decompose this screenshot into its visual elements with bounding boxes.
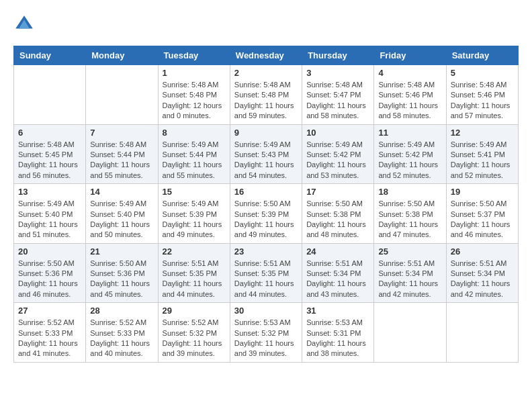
day-info: Sunrise: 5:51 AM Sunset: 5:34 PM Dayligh… (378, 259, 441, 300)
page-header (13, 13, 519, 35)
day-number: 6 (18, 128, 81, 138)
column-header-friday: Friday (374, 46, 446, 65)
day-info: Sunrise: 5:50 AM Sunset: 5:36 PM Dayligh… (18, 259, 81, 300)
day-number: 20 (18, 246, 81, 257)
calendar-week-row: 27Sunrise: 5:52 AM Sunset: 5:33 PM Dayli… (14, 303, 519, 363)
calendar-cell (14, 65, 86, 125)
day-info: Sunrise: 5:49 AM Sunset: 5:43 PM Dayligh… (234, 140, 298, 181)
day-info: Sunrise: 5:48 AM Sunset: 5:46 PM Dayligh… (451, 80, 514, 122)
day-info: Sunrise: 5:50 AM Sunset: 5:38 PM Dayligh… (306, 199, 369, 240)
calendar-cell: 24Sunrise: 5:51 AM Sunset: 5:34 PM Dayli… (302, 243, 374, 303)
day-number: 10 (306, 128, 369, 138)
calendar-cell: 25Sunrise: 5:51 AM Sunset: 5:34 PM Dayli… (374, 243, 446, 303)
column-header-wednesday: Wednesday (230, 46, 302, 65)
calendar-table: SundayMondayTuesdayWednesdayThursdayFrid… (13, 46, 519, 363)
calendar-cell: 23Sunrise: 5:51 AM Sunset: 5:35 PM Dayli… (230, 243, 302, 303)
day-number: 2 (234, 68, 298, 78)
calendar-cell (86, 65, 158, 125)
day-info: Sunrise: 5:48 AM Sunset: 5:47 PM Dayligh… (306, 80, 369, 122)
calendar-cell: 15Sunrise: 5:49 AM Sunset: 5:39 PM Dayli… (158, 184, 230, 244)
day-number: 17 (306, 187, 369, 197)
day-number: 30 (234, 306, 298, 316)
day-number: 19 (451, 187, 514, 197)
day-info: Sunrise: 5:49 AM Sunset: 5:41 PM Dayligh… (451, 140, 514, 181)
day-number: 12 (451, 128, 514, 138)
calendar-cell: 18Sunrise: 5:50 AM Sunset: 5:38 PM Dayli… (374, 184, 446, 244)
day-number: 8 (163, 128, 226, 138)
day-info: Sunrise: 5:49 AM Sunset: 5:44 PM Dayligh… (163, 140, 226, 181)
calendar-cell: 13Sunrise: 5:49 AM Sunset: 5:40 PM Dayli… (14, 184, 86, 244)
day-info: Sunrise: 5:51 AM Sunset: 5:35 PM Dayligh… (163, 259, 226, 300)
day-info: Sunrise: 5:49 AM Sunset: 5:40 PM Dayligh… (90, 199, 153, 240)
day-info: Sunrise: 5:48 AM Sunset: 5:48 PM Dayligh… (234, 80, 298, 122)
calendar-cell: 27Sunrise: 5:52 AM Sunset: 5:33 PM Dayli… (14, 303, 86, 363)
day-number: 7 (90, 128, 153, 138)
column-header-monday: Monday (86, 46, 158, 65)
day-number: 21 (90, 246, 153, 257)
column-header-sunday: Sunday (14, 46, 86, 65)
calendar-week-row: 20Sunrise: 5:50 AM Sunset: 5:36 PM Dayli… (14, 243, 519, 303)
calendar-header-row: SundayMondayTuesdayWednesdayThursdayFrid… (14, 46, 519, 65)
logo (13, 13, 38, 35)
day-number: 9 (234, 128, 298, 138)
calendar-cell (446, 303, 518, 363)
calendar-cell (374, 303, 446, 363)
calendar-cell: 26Sunrise: 5:51 AM Sunset: 5:34 PM Dayli… (446, 243, 518, 303)
day-number: 4 (378, 68, 441, 78)
day-info: Sunrise: 5:49 AM Sunset: 5:42 PM Dayligh… (378, 140, 441, 181)
calendar-cell: 19Sunrise: 5:50 AM Sunset: 5:37 PM Dayli… (446, 184, 518, 244)
day-number: 3 (306, 68, 369, 78)
day-number: 16 (234, 187, 298, 197)
day-number: 1 (163, 68, 226, 78)
calendar-cell: 6Sunrise: 5:48 AM Sunset: 5:45 PM Daylig… (14, 124, 86, 184)
calendar-cell: 30Sunrise: 5:53 AM Sunset: 5:32 PM Dayli… (230, 303, 302, 363)
calendar-cell: 11Sunrise: 5:49 AM Sunset: 5:42 PM Dayli… (374, 124, 446, 184)
day-number: 18 (378, 187, 441, 197)
day-number: 14 (90, 187, 153, 197)
day-number: 24 (306, 246, 369, 257)
day-number: 29 (163, 306, 226, 316)
day-info: Sunrise: 5:52 AM Sunset: 5:33 PM Dayligh… (18, 318, 81, 359)
logo-icon (13, 13, 35, 35)
calendar-cell: 21Sunrise: 5:50 AM Sunset: 5:36 PM Dayli… (86, 243, 158, 303)
day-info: Sunrise: 5:49 AM Sunset: 5:39 PM Dayligh… (163, 199, 226, 240)
day-info: Sunrise: 5:50 AM Sunset: 5:38 PM Dayligh… (378, 199, 441, 240)
calendar-cell: 8Sunrise: 5:49 AM Sunset: 5:44 PM Daylig… (158, 124, 230, 184)
calendar-cell: 7Sunrise: 5:48 AM Sunset: 5:44 PM Daylig… (86, 124, 158, 184)
calendar-cell: 1Sunrise: 5:48 AM Sunset: 5:48 PM Daylig… (158, 65, 230, 125)
day-info: Sunrise: 5:51 AM Sunset: 5:35 PM Dayligh… (234, 259, 298, 300)
day-number: 28 (90, 306, 153, 316)
day-info: Sunrise: 5:52 AM Sunset: 5:32 PM Dayligh… (163, 318, 226, 359)
day-number: 13 (18, 187, 81, 197)
calendar-cell: 12Sunrise: 5:49 AM Sunset: 5:41 PM Dayli… (446, 124, 518, 184)
calendar-week-row: 1Sunrise: 5:48 AM Sunset: 5:48 PM Daylig… (14, 65, 519, 125)
calendar-week-row: 13Sunrise: 5:49 AM Sunset: 5:40 PM Dayli… (14, 184, 519, 244)
day-info: Sunrise: 5:53 AM Sunset: 5:31 PM Dayligh… (306, 318, 369, 359)
calendar-week-row: 6Sunrise: 5:48 AM Sunset: 5:45 PM Daylig… (14, 124, 519, 184)
day-number: 26 (451, 246, 514, 257)
calendar-cell: 2Sunrise: 5:48 AM Sunset: 5:48 PM Daylig… (230, 65, 302, 125)
day-info: Sunrise: 5:51 AM Sunset: 5:34 PM Dayligh… (306, 259, 369, 300)
day-number: 25 (378, 246, 441, 257)
calendar-cell: 31Sunrise: 5:53 AM Sunset: 5:31 PM Dayli… (302, 303, 374, 363)
calendar-cell: 14Sunrise: 5:49 AM Sunset: 5:40 PM Dayli… (86, 184, 158, 244)
calendar-cell: 28Sunrise: 5:52 AM Sunset: 5:33 PM Dayli… (86, 303, 158, 363)
day-info: Sunrise: 5:49 AM Sunset: 5:40 PM Dayligh… (18, 199, 81, 240)
day-info: Sunrise: 5:48 AM Sunset: 5:48 PM Dayligh… (163, 80, 226, 122)
day-info: Sunrise: 5:52 AM Sunset: 5:33 PM Dayligh… (90, 318, 153, 359)
day-info: Sunrise: 5:51 AM Sunset: 5:34 PM Dayligh… (451, 259, 514, 300)
calendar-cell: 22Sunrise: 5:51 AM Sunset: 5:35 PM Dayli… (158, 243, 230, 303)
day-info: Sunrise: 5:50 AM Sunset: 5:39 PM Dayligh… (234, 199, 298, 240)
day-number: 5 (451, 68, 514, 78)
calendar-cell: 17Sunrise: 5:50 AM Sunset: 5:38 PM Dayli… (302, 184, 374, 244)
column-header-tuesday: Tuesday (158, 46, 230, 65)
calendar-cell: 20Sunrise: 5:50 AM Sunset: 5:36 PM Dayli… (14, 243, 86, 303)
day-info: Sunrise: 5:48 AM Sunset: 5:45 PM Dayligh… (18, 140, 81, 181)
calendar-cell: 5Sunrise: 5:48 AM Sunset: 5:46 PM Daylig… (446, 65, 518, 125)
day-info: Sunrise: 5:49 AM Sunset: 5:42 PM Dayligh… (306, 140, 369, 181)
day-info: Sunrise: 5:53 AM Sunset: 5:32 PM Dayligh… (234, 318, 298, 359)
day-number: 11 (378, 128, 441, 138)
calendar-cell: 9Sunrise: 5:49 AM Sunset: 5:43 PM Daylig… (230, 124, 302, 184)
day-number: 31 (306, 306, 369, 316)
day-info: Sunrise: 5:50 AM Sunset: 5:36 PM Dayligh… (90, 259, 153, 300)
